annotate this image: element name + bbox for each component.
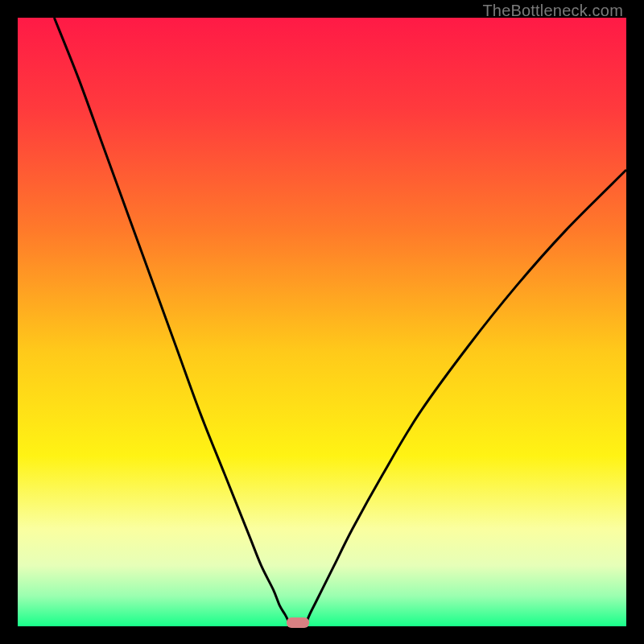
gradient-background: [18, 18, 626, 626]
chart-canvas: [18, 18, 626, 626]
optimal-point-marker: [287, 617, 309, 627]
chart-frame: [18, 18, 626, 626]
watermark-text: TheBottleneck.com: [482, 2, 623, 20]
